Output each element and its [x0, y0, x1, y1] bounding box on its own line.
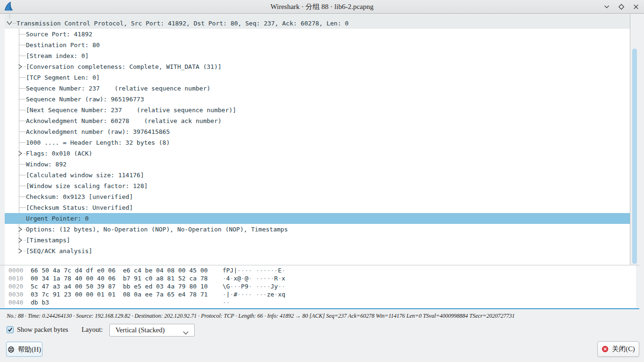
- tree-row-label: [Window size scaling factor: 128]: [26, 181, 148, 191]
- tree-row-label: Sequence Number: 237 (relative sequence …: [26, 83, 210, 94]
- tree-row-label: [Stream index: 0]: [26, 50, 89, 61]
- tree-row[interactable]: Destination Port: 80: [5, 40, 630, 50]
- tree-row[interactable]: [Timestamps]: [5, 235, 630, 246]
- tree-row[interactable]: Sequence Number (raw): 965196773: [5, 94, 630, 105]
- help-button-label: 帮助(H): [18, 345, 41, 354]
- tree-row[interactable]: [Next Sequence Number: 237 (relative seq…: [5, 105, 630, 115]
- minimize-icon[interactable]: [603, 4, 610, 10]
- tree-row[interactable]: Acknowledgment Number: 60278 (relative a…: [5, 115, 630, 126]
- packet-detail-tree[interactable]: Transmission Control Protocol, Src Port:…: [5, 14, 630, 265]
- tree-row[interactable]: Urgent Pointer: 0: [5, 213, 630, 224]
- hex-line[interactable]: 0020 5c 47 a3 a4 00 50 39 87 bb e5 ed 03…: [8, 282, 285, 290]
- tree-row-label: Source Port: 41892: [26, 29, 92, 40]
- packet-bytes-pane[interactable]: 0000 66 50 4a 7c d4 df e0 06 e6 c4 be 04…: [5, 265, 636, 308]
- tree-row[interactable]: [Conversation completeness: Complete, WI…: [5, 61, 630, 72]
- tree-row-label: 1000 .... = Header Length: 32 bytes (8): [26, 137, 170, 148]
- expander-open-icon[interactable]: [6, 19, 13, 28]
- tree-row-label: Destination Port: 80: [26, 40, 100, 50]
- show-packet-bytes-label[interactable]: Show packet bytes: [17, 326, 68, 334]
- tree-row-label: Checksum: 0x9123 [unverified]: [26, 191, 133, 202]
- hex-line[interactable]: 0030 03 7c 91 23 00 00 01 01 08 0a ee 7a…: [8, 290, 285, 298]
- expander-closed-icon[interactable]: [17, 150, 23, 158]
- wireshark-icon: [3, 1, 14, 12]
- maximize-icon[interactable]: [618, 4, 625, 10]
- titlebar: Wireshark · 分组 88 · lib6-2.pcapng: [0, 0, 644, 14]
- tree-row[interactable]: [TCP Segment Len: 0]: [5, 72, 630, 83]
- tree-row-label: Urgent Pointer: 0: [26, 213, 89, 224]
- tree-row-label: [Conversation completeness: Complete, WI…: [26, 61, 222, 72]
- tree-row[interactable]: Window: 892: [5, 159, 630, 170]
- tree-row[interactable]: Flags: 0x010 (ACK): [5, 148, 630, 159]
- hex-line[interactable]: 0040 db b3 ··: [8, 298, 230, 306]
- close-button[interactable]: 关闭(C): [597, 341, 639, 357]
- hex-line[interactable]: 0010 00 34 1a 78 40 00 40 06 b7 91 c0 a8…: [8, 274, 285, 282]
- tree-row-label: [Next Sequence Number: 237 (relative seq…: [26, 105, 236, 115]
- tree-row-label: Acknowledgment number (raw): 3976415865: [26, 126, 170, 137]
- expander-closed-icon[interactable]: [17, 63, 23, 72]
- tree-row[interactable]: [Checksum Status: Unverified]: [5, 202, 630, 213]
- tree-row-label: [TCP Segment Len: 0]: [26, 72, 100, 83]
- tree-row-label: Acknowledgment Number: 60278 (relative a…: [26, 115, 222, 126]
- tree-row[interactable]: [SEQ/ACK analysis]: [5, 246, 630, 256]
- window-title: Wireshark · 分组 88 · lib6-2.pcapng: [271, 2, 374, 11]
- tree-row[interactable]: Options: (12 bytes), No-Operation (NOP),…: [5, 224, 630, 235]
- tree-row-label: Window: 892: [26, 159, 66, 170]
- tree-row[interactable]: [Window size scaling factor: 128]: [5, 181, 630, 191]
- help-icon: [8, 346, 15, 353]
- tree-row[interactable]: [Stream index: 0]: [5, 50, 630, 61]
- tree-row-label: [Calculated window size: 114176]: [26, 170, 144, 181]
- tree-row[interactable]: Transmission Control Protocol, Src Port:…: [5, 18, 630, 29]
- tree-row-label: [SEQ/ACK analysis]: [26, 246, 92, 256]
- help-button[interactable]: 帮助(H): [6, 342, 42, 357]
- tree-row-label: Flags: 0x010 (ACK): [26, 148, 92, 159]
- close-window-icon[interactable]: [633, 4, 639, 10]
- expander-closed-icon[interactable]: [17, 226, 23, 234]
- tree-row-label: Sequence Number (raw): 965196773: [26, 94, 144, 105]
- tree-row[interactable]: Acknowledgment number (raw): 3976415865: [5, 126, 630, 137]
- expander-closed-icon[interactable]: [17, 237, 23, 245]
- tree-row[interactable]: Source Port: 41892: [5, 29, 630, 40]
- chevron-down-icon: [182, 329, 189, 337]
- tree-row-label: [Checksum Status: Unverified]: [26, 202, 133, 213]
- hex-pane-focus-line: [0, 308, 639, 309]
- tree-row[interactable]: 1000 .... = Header Length: 32 bytes (8): [5, 137, 630, 148]
- scrollbar-thumb[interactable]: [632, 49, 637, 264]
- tree-row-label: [Timestamps]: [26, 235, 70, 246]
- layout-select[interactable]: Vertical (Stacked): [109, 324, 195, 337]
- show-packet-bytes-checkbox[interactable]: [7, 326, 14, 333]
- close-button-label: 关闭(C): [612, 345, 635, 354]
- hex-line[interactable]: 0000 66 50 4a 7c d4 df e0 06 e6 c4 be 04…: [8, 266, 285, 274]
- layout-label: Layout:: [82, 326, 103, 334]
- tree-row[interactable]: Checksum: 0x9123 [unverified]: [5, 191, 630, 202]
- expander-closed-icon[interactable]: [17, 247, 23, 256]
- layout-select-value: Vertical (Stacked): [116, 324, 165, 336]
- close-button-icon: [602, 346, 609, 353]
- packet-summary-status: No.: 88 · Time: 0.244264130 · Source: 19…: [7, 313, 515, 320]
- tree-row[interactable]: Sequence Number: 237 (relative sequence …: [5, 83, 630, 94]
- tree-row[interactable]: [Calculated window size: 114176]: [5, 170, 630, 181]
- tree-row-label: Options: (12 bytes), No-Operation (NOP),…: [26, 224, 288, 235]
- tree-row-label: Transmission Control Protocol, Src Port:…: [17, 18, 348, 29]
